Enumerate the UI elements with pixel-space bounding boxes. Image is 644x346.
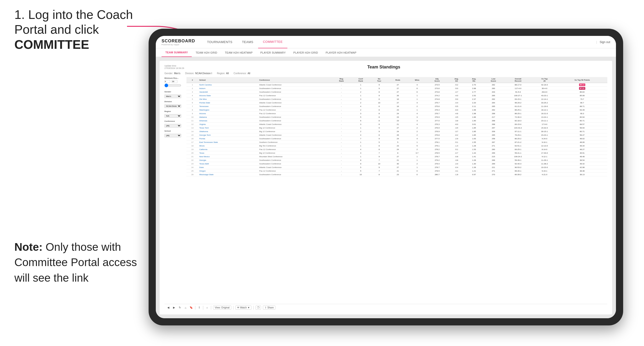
school-cell[interactable]: Texas — [198, 151, 258, 155]
nav-item-committee[interactable]: COMMITTEE — [258, 36, 288, 48]
rnds-cell: 8 — [388, 151, 408, 155]
adj-score-cell: 278.7 — [426, 155, 448, 159]
conf-cell: Southeastern Conference — [258, 162, 332, 166]
rank-cell: 20 — [186, 151, 198, 155]
share-btn[interactable]: ⇧ Share — [263, 306, 276, 310]
reload-icon[interactable]: ↻ — [178, 306, 182, 310]
vs-top50-cell: 68.57 — [557, 123, 607, 126]
sub-nav-player-summary[interactable]: PLAYER SUMMARY — [256, 48, 290, 57]
school-cell[interactable]: Illinois — [198, 144, 258, 148]
adj-score-cell: 277.5 — [426, 137, 448, 141]
toolbar-divider-2 — [203, 306, 203, 310]
rank-cell: 4 — [186, 94, 198, 97]
school-cell[interactable]: Virginia — [198, 123, 258, 126]
school-cell[interactable]: Florida State — [198, 101, 258, 105]
vs-top25-cell: 42-16-0 — [532, 83, 557, 87]
conf-cell: Southeastern Conference — [258, 97, 332, 101]
adj-score-cell: 276.3 — [426, 108, 448, 112]
school-cell[interactable]: North Carolina — [198, 83, 258, 87]
school-cell[interactable]: Arizona State — [198, 94, 258, 97]
school-cell[interactable]: Georgia — [198, 159, 258, 162]
share-icon[interactable]: ⇧ — [197, 306, 201, 310]
forward-icon[interactable]: ▶ — [172, 306, 176, 310]
sub-nav-player-h2h-heatmap[interactable]: PLAYER H2H HEATMAP — [322, 48, 360, 57]
clock-icon[interactable]: ○ — [205, 306, 209, 310]
avg-cell: 1.98 — [465, 108, 483, 112]
conf-rank-cell: 3 — [351, 151, 370, 155]
vs-top50-cell: 38.38 — [557, 169, 607, 173]
school-cell[interactable]: Vanderbilt — [198, 90, 258, 94]
school-cell[interactable]: Alabama — [198, 115, 258, 119]
table-row: 21 New Mexico Mountain West Conference -… — [186, 155, 607, 159]
sub-nav-team-h2h-heatmap[interactable]: TEAM H2H HEATMAP — [221, 48, 256, 57]
school-cell[interactable]: Mississippi State — [198, 173, 258, 176]
school-select[interactable]: (All) — [164, 134, 181, 137]
school-cell[interactable]: Ole Miss — [198, 97, 258, 101]
low-cell: 267 — [483, 126, 504, 130]
school-cell[interactable]: Florida — [198, 137, 258, 141]
avg-cell: 2.11 — [465, 105, 483, 108]
table-row: 20 Texas Big 12 Conference - 3 7 8 0.7 2… — [186, 151, 607, 155]
min-rounds-min[interactable] — [164, 80, 170, 83]
min-rounds-max[interactable] — [172, 80, 177, 83]
sub-nav-team-summary[interactable]: TEAM SUMMARY — [162, 48, 192, 57]
watch-btn[interactable]: 👁 Watch ▼ — [235, 306, 252, 310]
division-select[interactable]: NCAA Division I — [164, 104, 181, 108]
logo-sub: Powered by clippd — [162, 43, 195, 46]
vs-top50-cell: 80.7 — [557, 101, 607, 105]
watch-chevron: ▼ — [247, 306, 250, 309]
gender-select[interactable]: Men's — [164, 95, 181, 98]
conf-rank-cell: 2 — [351, 108, 370, 112]
no-tour-cell: 9 — [370, 83, 388, 87]
bookmark-icon[interactable]: 🔖 — [189, 306, 193, 310]
school-cell[interactable]: Arizona — [198, 112, 258, 115]
conf-cell: Atlantic Coast Conference — [258, 133, 332, 137]
table-row: 8 Washington Pac-12 Conference - 2 8 23 … — [186, 108, 607, 112]
no-tour-cell: 8 — [370, 123, 388, 126]
conf-rank-cell: 1 — [351, 83, 370, 87]
no-tour-cell: 9 — [370, 126, 388, 130]
school-cell[interactable]: Duke — [198, 166, 258, 169]
rank-cell: 3 — [186, 90, 198, 94]
home-icon[interactable]: ⌂ — [184, 306, 188, 310]
school-cell[interactable]: East Tennessee State — [198, 141, 258, 144]
school-cell[interactable]: Oklahoma — [198, 130, 258, 133]
adj-score-cell: 279.1 — [426, 144, 448, 148]
table-row: 16 Florida Southeastern Conference - 7 9… — [186, 137, 607, 141]
vs-top50-cell: 42.98 — [557, 166, 607, 169]
vs-top50-cell: 48.48 — [557, 155, 607, 159]
wins-cell: 0 — [408, 173, 426, 176]
school-cell[interactable]: Georgia Tech — [198, 133, 258, 137]
nav-divider: | — [596, 40, 597, 44]
rnds-cell: 24 — [388, 148, 408, 151]
rank-cell: 7 — [186, 105, 198, 108]
sign-out-link[interactable]: Sign out — [600, 40, 610, 44]
reg-rank-cell: - — [332, 151, 351, 155]
rank-cell: 12 — [186, 123, 198, 126]
vs-top25-cell: 9-24-0 — [532, 137, 557, 141]
expand-btn[interactable]: ❐ — [256, 306, 261, 310]
school-cell[interactable]: Texas Tech — [198, 126, 258, 130]
school-cell[interactable]: Arkansas — [198, 119, 258, 123]
school-cell[interactable]: New Mexico — [198, 155, 258, 159]
school-cell[interactable]: Oregon — [198, 169, 258, 173]
sub-nav-team-h2h-grid[interactable]: TEAM H2H GRID — [192, 48, 221, 57]
view-original-btn[interactable]: View: Original — [213, 306, 231, 310]
school-cell[interactable]: Auburn — [198, 87, 258, 90]
nav-item-tournaments[interactable]: TOURNAMENTS — [202, 36, 237, 48]
region-filter-label: Region — [164, 110, 184, 112]
school-cell[interactable]: Tennessee — [198, 105, 258, 108]
overall-cell: 82-18-3 — [504, 119, 532, 123]
low-cell: 264 — [483, 101, 504, 105]
school-cell[interactable]: California — [198, 148, 258, 151]
nav-item-teams[interactable]: TEAMS — [237, 36, 258, 48]
overall-cell: 109-24-2 — [504, 155, 532, 159]
back-icon[interactable]: ◀ — [166, 306, 170, 310]
school-cell[interactable]: Texas A&M — [198, 162, 258, 166]
region-select[interactable]: N/A — [164, 114, 181, 118]
sub-nav-player-h2h-grid[interactable]: PLAYER H2H GRID — [290, 48, 322, 57]
conference-select[interactable]: (All) — [164, 124, 181, 128]
rounds-slider[interactable] — [164, 84, 181, 87]
overall-cell: 96-29-2 — [504, 101, 532, 105]
school-cell[interactable]: Washington — [198, 108, 258, 112]
